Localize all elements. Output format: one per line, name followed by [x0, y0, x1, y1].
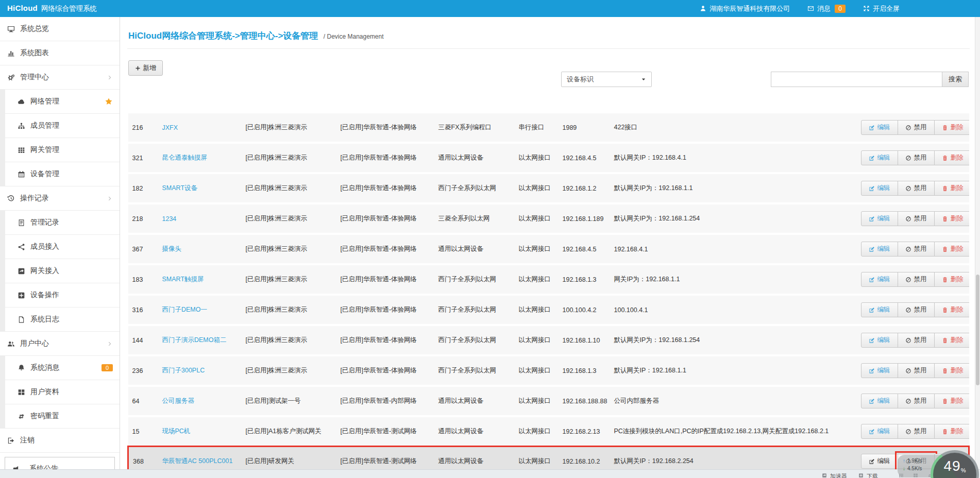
delete-button[interactable]: 删除	[934, 302, 969, 317]
toggle-button[interactable]: 禁用	[898, 211, 935, 226]
download-label[interactable]: 下载	[867, 472, 878, 478]
edit-button[interactable]: 编辑	[861, 272, 898, 287]
sidebar-item[interactable]: 管理中心	[0, 65, 120, 90]
delete-button[interactable]: 删除	[934, 211, 969, 226]
edit-button[interactable]: 编辑	[861, 181, 898, 196]
table-body: 216 JXFX [已启用]株洲三菱演示 [已启用]华辰智通-体验网络 三菱FX…	[128, 112, 969, 478]
toggle-button[interactable]: 禁用	[898, 363, 935, 378]
trash-icon	[942, 246, 948, 252]
delete-button[interactable]: 删除	[934, 333, 969, 348]
favorite-star-icon[interactable]	[105, 97, 113, 106]
scrollbar-thumb[interactable]	[976, 275, 979, 385]
toggle-button[interactable]: 禁用	[898, 181, 935, 196]
sidebar-item[interactable]: 网络管理	[5, 90, 120, 114]
edit-button[interactable]: 编辑	[861, 424, 898, 439]
toggle-button[interactable]: 禁用	[898, 394, 935, 408]
grid-icon	[18, 146, 25, 154]
company-account[interactable]: 湖南华辰智通科技有限公司	[700, 4, 790, 13]
edit-button[interactable]: 编辑	[861, 454, 898, 469]
sidebar-item[interactable]: 系统日志	[5, 308, 120, 332]
delete-button[interactable]: 删除	[934, 181, 969, 196]
toggle-button[interactable]: 禁用	[898, 150, 935, 165]
delete-button[interactable]: 删除	[934, 424, 969, 439]
sidebar-item[interactable]: 注销	[0, 429, 120, 453]
brand-name: HiCloud	[7, 4, 38, 12]
column-header	[515, 99, 559, 112]
device-name-link[interactable]: SMART设备	[162, 184, 198, 192]
calendar-icon	[18, 170, 25, 178]
cell-interface-type: 以太网接口	[515, 203, 559, 234]
delete-button[interactable]: 删除	[934, 363, 969, 378]
edit-button[interactable]: 编辑	[861, 394, 898, 408]
sidebar-item[interactable]: 操作记录	[0, 186, 120, 211]
add-device-button[interactable]: 新增	[128, 60, 163, 76]
edit-button[interactable]: 编辑	[861, 333, 898, 348]
edit-button[interactable]: 编辑	[861, 302, 898, 317]
sidebar-item[interactable]: 设备管理	[5, 162, 120, 186]
sidebar-item[interactable]: 系统总览	[0, 17, 120, 41]
edit-button[interactable]: 编辑	[861, 242, 898, 257]
sidebar-item[interactable]: 网关管理	[5, 138, 120, 162]
sidebar-item[interactable]: 设备操作	[5, 283, 120, 308]
sidebar-item[interactable]: 密码重置	[5, 404, 120, 429]
messages-button[interactable]: 消息 0	[807, 4, 846, 13]
toggle-label: 禁用	[914, 214, 927, 223]
sidebar-item-label: 设备管理	[30, 169, 59, 179]
sidebar-item[interactable]: 系统图表	[0, 41, 120, 65]
sidebar-item[interactable]: 用户资料	[5, 380, 120, 404]
device-name-link[interactable]: 西门子演示DEMO箱二	[162, 336, 227, 344]
sidebar-item-label: 系统消息	[30, 363, 59, 372]
toggle-button[interactable]: 禁用	[898, 242, 935, 257]
cell-device-name: 摄像头	[158, 234, 242, 264]
delete-button[interactable]: 删除	[934, 242, 969, 257]
ban-icon	[905, 125, 911, 131]
edit-button[interactable]: 编辑	[861, 120, 898, 135]
device-name-link[interactable]: 华辰智通AC 500PLC001	[162, 457, 233, 465]
search-input[interactable]	[771, 72, 942, 87]
search-button[interactable]: 搜索	[942, 72, 969, 87]
ban-icon	[905, 337, 911, 344]
row-action-group: 编辑 禁用 删除	[861, 394, 969, 408]
device-name-link[interactable]: SMART触摸屏	[162, 276, 204, 283]
filter-selected-value: 设备标识	[567, 75, 594, 84]
delete-button[interactable]: 删除	[934, 272, 969, 287]
cell-actions: 编辑 禁用 删除	[857, 325, 969, 355]
delete-button[interactable]: 删除	[934, 150, 969, 165]
sidebar-item[interactable]: 用户中心	[0, 332, 120, 356]
cell-device-name: 现场PC机	[158, 416, 242, 447]
edit-button[interactable]: 编辑	[861, 150, 898, 165]
edit-button[interactable]: 编辑	[861, 211, 898, 226]
delete-button[interactable]: 删除	[934, 120, 969, 135]
sidebar-item[interactable]: 成员管理	[5, 114, 120, 138]
ban-icon	[905, 307, 911, 313]
device-name-link[interactable]: 西门子DEMO一	[162, 306, 208, 313]
delete-button[interactable]: 删除	[934, 394, 969, 408]
device-name-link[interactable]: 昆仑通泰触摸屏	[162, 154, 208, 161]
sidebar-item[interactable]: 网关接入	[5, 259, 120, 283]
app-logo[interactable]: HiCloud 网络综合管理系统	[7, 4, 97, 13]
toggle-button[interactable]: 禁用	[898, 120, 935, 135]
toggle-button[interactable]: 禁用	[898, 333, 935, 348]
device-name-link[interactable]: 西门子300PLC	[162, 367, 205, 374]
device-name-link[interactable]: 1234	[162, 215, 177, 223]
device-name-link[interactable]: 公司服务器	[162, 397, 195, 404]
device-name-link[interactable]: JXFX	[162, 124, 178, 131]
sidebar-item[interactable]: 管理记录	[5, 211, 120, 235]
device-filter-select[interactable]: 设备标识	[561, 72, 652, 87]
fullscreen-button[interactable]: 开启全屏	[863, 4, 900, 13]
row-action-group: 编辑 禁用 删除	[861, 302, 969, 317]
device-name-link[interactable]: 摄像头	[162, 245, 182, 252]
toggle-button[interactable]: 禁用	[898, 424, 935, 439]
device-name-link[interactable]: 现场PC机	[162, 428, 191, 435]
pencil-icon	[869, 155, 875, 161]
edit-button[interactable]: 编辑	[861, 363, 898, 378]
row-action-group: 编辑 禁用 删除	[861, 242, 969, 257]
sidebar-item[interactable]: 成员接入	[5, 235, 120, 259]
pencil-icon	[869, 429, 875, 435]
row-action-group: 编辑 禁用 删除	[861, 424, 969, 439]
toggle-button[interactable]: 禁用	[898, 302, 935, 317]
sidebar-item[interactable]: 系统消息 0	[5, 356, 120, 380]
toggle-button[interactable]: 禁用	[898, 272, 935, 287]
table-row: 15 现场PC机 [已启用]A1栋客户测试网关 [已启用]华辰智通-测试网络 通…	[128, 416, 969, 447]
accelerator-label[interactable]: 加速器	[830, 472, 847, 478]
